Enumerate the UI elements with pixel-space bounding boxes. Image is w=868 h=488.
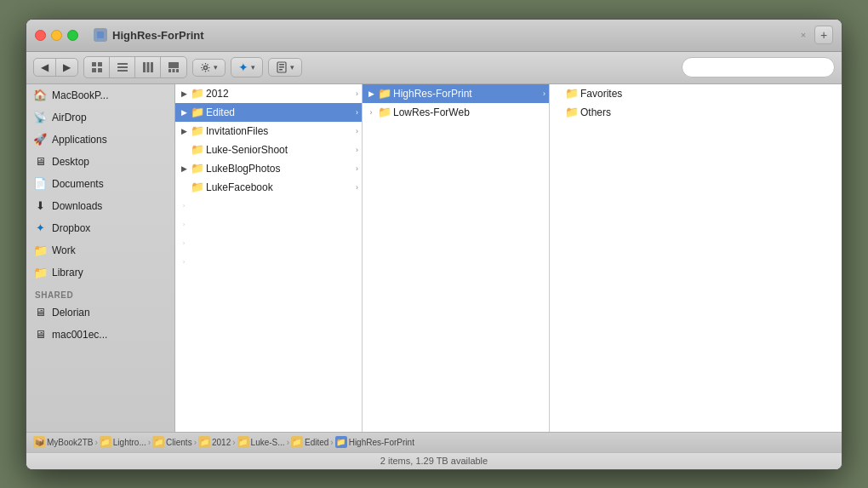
sidebar-item-delorian[interactable]: 🖥 Delorian bbox=[26, 301, 174, 324]
sidebar-item-work[interactable]: 📁 Work bbox=[26, 239, 174, 261]
sidebar: 🏠 MacBookP... 📡 AirDrop 🚀 Applications 🖥… bbox=[26, 84, 175, 432]
folder-icon-lukeseniorshoot: 📁 bbox=[191, 143, 204, 157]
path-clients[interactable]: 📁 Clients bbox=[152, 436, 192, 448]
file-row-others[interactable]: 📁 Others bbox=[550, 103, 842, 122]
mac001ec-icon: 🖥 bbox=[33, 328, 47, 342]
desktop-icon: 🖥 bbox=[33, 155, 47, 169]
back-forward-group: ◀ ▶ bbox=[33, 58, 78, 77]
icon-view-button[interactable] bbox=[84, 57, 110, 78]
svg-rect-7 bbox=[117, 70, 128, 72]
file-name-lowres: LowRes-ForWeb bbox=[393, 106, 470, 118]
file-column-3: 📁 Favorites 📁 Others bbox=[550, 84, 842, 432]
file-name-favorites: Favorites bbox=[580, 88, 622, 100]
file-column-2: ▶ 📁 HighRes-ForPrint › › 📁 LowRes-ForWeb bbox=[363, 84, 550, 432]
path-label-lightroom: Lightro... bbox=[113, 438, 146, 447]
path-bar: 📦 MyBook2TB › 📁 Lightro... › 📁 Clients ›… bbox=[26, 432, 842, 452]
window-icon bbox=[94, 28, 107, 42]
quicklook-button[interactable]: ▾ bbox=[269, 59, 301, 76]
file-row-highres[interactable]: ▶ 📁 HighRes-ForPrint › bbox=[363, 84, 549, 103]
disclosure-lukeblogphotos: ▶ bbox=[179, 164, 189, 174]
sidebar-item-downloads[interactable]: ⬇ Downloads bbox=[26, 195, 174, 217]
macbook-icon: 🏠 bbox=[33, 89, 47, 102]
path-icon-edited: 📁 bbox=[291, 436, 303, 448]
downloads-icon: ⬇ bbox=[33, 199, 47, 213]
file-row-lukefacebook[interactable]: 📁 LukeFacebook › bbox=[175, 178, 362, 197]
file-row-lukeblogphotos[interactable]: ▶ 📁 LukeBlogPhotos › bbox=[175, 159, 362, 178]
path-sep-3: › bbox=[194, 438, 197, 447]
file-row-lukeseniorshoot[interactable]: 📁 Luke-SeniorShoot › bbox=[175, 141, 362, 159]
sidebar-item-downloads-label: Downloads bbox=[52, 200, 102, 212]
arrow-invitationfiles: › bbox=[356, 127, 358, 135]
search-input[interactable] bbox=[682, 57, 835, 78]
path-sep-5: › bbox=[287, 438, 289, 447]
svg-rect-1 bbox=[92, 62, 96, 66]
path-highres[interactable]: 📁 HighRes-ForPrint bbox=[335, 436, 414, 448]
disclosure-invitationfiles: ▶ bbox=[179, 126, 189, 136]
file-row-invitationfiles[interactable]: ▶ 📁 InvitationFiles › bbox=[175, 122, 362, 141]
path-mybook2tb[interactable]: 📦 MyBook2TB bbox=[33, 436, 93, 448]
svg-rect-8 bbox=[143, 62, 146, 72]
disc-empty1: › bbox=[179, 201, 189, 211]
path-sep-2: › bbox=[148, 438, 151, 447]
column-view-button[interactable] bbox=[135, 57, 161, 78]
sidebar-item-library[interactable]: 📁 Library bbox=[26, 261, 174, 284]
file-row-lowres[interactable]: › 📁 LowRes-ForWeb bbox=[363, 103, 549, 122]
path-luke[interactable]: 📁 Luke-S... bbox=[237, 436, 285, 448]
delorian-icon: 🖥 bbox=[33, 306, 47, 319]
cover-flow-button[interactable] bbox=[161, 57, 186, 78]
main-content: 🏠 MacBookP... 📡 AirDrop 🚀 Applications 🖥… bbox=[26, 84, 842, 432]
sidebar-item-documents[interactable]: 📄 Documents bbox=[26, 173, 174, 195]
file-column-1: ▶ 📁 2012 › ▶ 📁 Edited › ▶ 📁 InvitationFi… bbox=[175, 84, 363, 432]
maximize-button[interactable] bbox=[67, 30, 78, 41]
disc-empty2: › bbox=[179, 220, 189, 230]
finder-window: HighRes-ForPrint × + ◀ ▶ bbox=[26, 19, 842, 470]
file-name-highres: HighRes-ForPrint bbox=[393, 88, 472, 100]
back-button[interactable]: ◀ bbox=[34, 59, 56, 76]
disclosure-lowres: › bbox=[366, 107, 376, 118]
minimize-button[interactable] bbox=[51, 30, 62, 41]
sidebar-item-applications[interactable]: 🚀 Applications bbox=[26, 129, 174, 151]
dropbox-sidebar-icon: ✦ bbox=[33, 221, 47, 235]
file-name-lukeseniorshoot: Luke-SeniorShoot bbox=[206, 144, 288, 156]
forward-button[interactable]: ▶ bbox=[56, 59, 77, 76]
library-icon: 📁 bbox=[33, 266, 47, 279]
new-tab-button[interactable]: + bbox=[814, 26, 833, 44]
path-edited[interactable]: 📁 Edited bbox=[291, 436, 328, 448]
sidebar-item-work-label: Work bbox=[52, 244, 76, 256]
list-view-button[interactable] bbox=[110, 57, 135, 78]
file-row-2012[interactable]: ▶ 📁 2012 › bbox=[175, 84, 362, 103]
close-button[interactable] bbox=[35, 30, 46, 41]
file-row-favorites[interactable]: 📁 Favorites bbox=[550, 84, 842, 103]
svg-rect-4 bbox=[98, 68, 102, 72]
file-name-invitationfiles: InvitationFiles bbox=[206, 125, 268, 137]
sidebar-item-dropbox-label: Dropbox bbox=[52, 222, 90, 234]
dropbox-button[interactable]: ✦ ▾ bbox=[231, 58, 262, 77]
status-bar: 2 items, 1.29 TB available bbox=[26, 452, 842, 469]
folder-icon-invitationfiles: 📁 bbox=[191, 124, 204, 138]
sidebar-item-desktop[interactable]: 🖥 Desktop bbox=[26, 151, 174, 173]
disc-empty3: › bbox=[179, 238, 189, 249]
file-name-2012: 2012 bbox=[206, 88, 229, 100]
svg-rect-3 bbox=[92, 68, 96, 72]
arrow-2012: › bbox=[356, 89, 358, 98]
file-row-edited[interactable]: ▶ 📁 Edited › bbox=[175, 103, 362, 122]
tab-close-button[interactable]: × bbox=[797, 29, 809, 41]
path-2012[interactable]: 📁 2012 bbox=[198, 436, 231, 448]
svg-rect-13 bbox=[173, 69, 175, 72]
sidebar-item-mac001ec[interactable]: 🖥 mac001ec... bbox=[26, 324, 174, 346]
sidebar-item-airdrop[interactable]: 📡 AirDrop bbox=[26, 106, 174, 129]
sidebar-item-dropbox[interactable]: ✦ Dropbox bbox=[26, 217, 174, 239]
path-lightroom[interactable]: 📁 Lightro... bbox=[100, 436, 146, 448]
folder-icon-lukefacebook: 📁 bbox=[191, 181, 204, 194]
action-gear-button[interactable]: ▾ bbox=[193, 60, 225, 76]
svg-rect-11 bbox=[168, 62, 179, 68]
path-icon-clients: 📁 bbox=[152, 436, 164, 448]
folder-icon-edited: 📁 bbox=[191, 106, 204, 119]
disclosure-2012: ▶ bbox=[179, 89, 189, 99]
svg-rect-12 bbox=[168, 69, 171, 72]
svg-rect-2 bbox=[98, 62, 102, 66]
sidebar-item-macbook[interactable]: 🏠 MacBookP... bbox=[26, 84, 174, 106]
folder-icon-lukeblogphotos: 📁 bbox=[191, 162, 204, 175]
status-text: 2 items, 1.29 TB available bbox=[380, 456, 488, 466]
file-name-lukefacebook: LukeFacebook bbox=[206, 181, 273, 193]
